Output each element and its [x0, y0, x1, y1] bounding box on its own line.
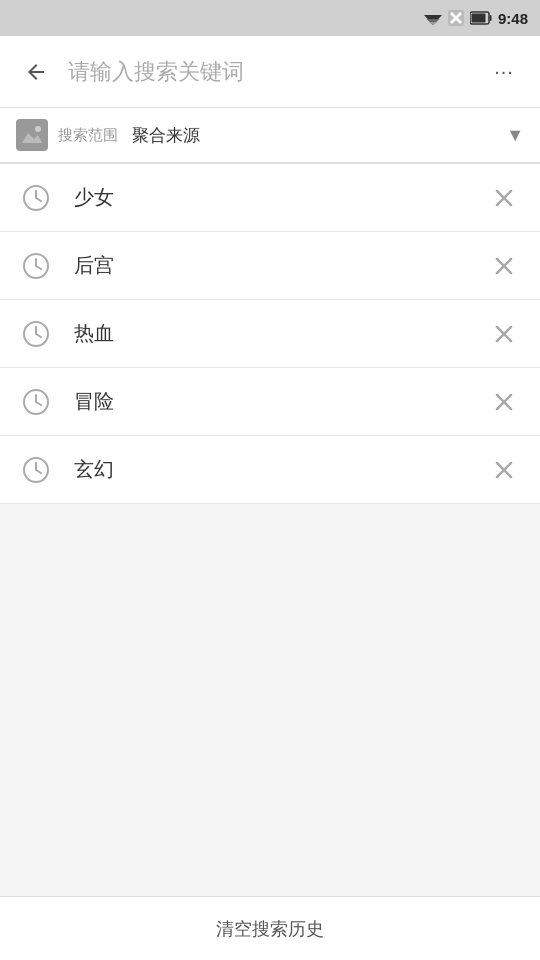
history-clock-icon: [18, 452, 54, 488]
filter-scope-icon: [16, 119, 48, 151]
delete-item-button[interactable]: [486, 248, 522, 284]
close-icon: [494, 188, 514, 208]
clear-history-button[interactable]: 清空搜索历史: [216, 917, 324, 941]
more-button[interactable]: ···: [484, 52, 524, 92]
delete-item-button[interactable]: [486, 384, 522, 420]
top-bar: 请输入搜索关键词 ···: [0, 36, 540, 108]
battery-icon: [470, 11, 492, 25]
signal-icon: [448, 10, 464, 26]
search-placeholder-text[interactable]: 请输入搜索关键词: [56, 57, 484, 87]
page: 9:48 请输入搜索关键词 ··· 搜索范围 聚合来源 ▼: [0, 0, 540, 960]
svg-rect-7: [489, 15, 491, 21]
history-clock-icon: [18, 180, 54, 216]
close-icon: [494, 460, 514, 480]
chevron-down-icon[interactable]: ▼: [506, 125, 524, 146]
scope-label: 搜索范围: [58, 126, 118, 145]
clock-icon: [22, 320, 50, 348]
close-icon: [494, 324, 514, 344]
list-item: 冒险: [0, 368, 540, 436]
svg-rect-8: [471, 14, 485, 23]
delete-item-button[interactable]: [486, 180, 522, 216]
svg-point-11: [35, 126, 41, 132]
history-item-text[interactable]: 少女: [74, 184, 486, 211]
delete-item-button[interactable]: [486, 316, 522, 352]
history-item-text[interactable]: 热血: [74, 320, 486, 347]
list-item: 后宫: [0, 232, 540, 300]
history-clock-icon: [18, 384, 54, 420]
clock-icon: [22, 184, 50, 212]
status-bar: 9:48: [0, 0, 540, 36]
source-label[interactable]: 聚合来源: [132, 124, 200, 147]
history-list: 少女 后宫: [0, 164, 540, 504]
history-item-text[interactable]: 冒险: [74, 388, 486, 415]
clock-icon: [22, 456, 50, 484]
history-item-text[interactable]: 后宫: [74, 252, 486, 279]
bottom-bar: 清空搜索历史: [0, 896, 540, 960]
delete-item-button[interactable]: [486, 452, 522, 488]
back-icon: [24, 60, 48, 84]
list-item: 少女: [0, 164, 540, 232]
history-clock-icon: [18, 248, 54, 284]
filter-row: 搜索范围 聚合来源 ▼: [0, 108, 540, 164]
list-item: 玄幻: [0, 436, 540, 504]
back-button[interactable]: [16, 52, 56, 92]
close-icon: [494, 256, 514, 276]
mountain-image-icon: [18, 121, 46, 149]
close-icon: [494, 392, 514, 412]
list-item: 热血: [0, 300, 540, 368]
wifi-icon: [424, 11, 442, 25]
status-icons: 9:48: [424, 10, 528, 27]
history-item-text[interactable]: 玄幻: [74, 456, 486, 483]
clock-icon: [22, 252, 50, 280]
status-time: 9:48: [498, 10, 528, 27]
empty-content-area: [0, 504, 540, 960]
svg-rect-9: [18, 121, 46, 149]
clock-icon: [22, 388, 50, 416]
history-clock-icon: [18, 316, 54, 352]
svg-marker-2: [429, 22, 437, 25]
